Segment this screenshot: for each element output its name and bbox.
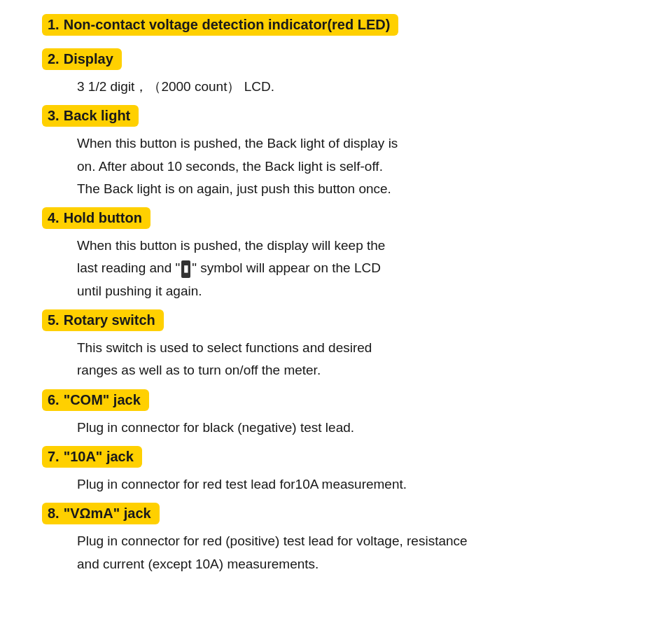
item-label-1: 1. Non-contact voltage detection indicat… [42, 14, 398, 36]
item-description: When this button is pushed, the display … [77, 235, 630, 302]
item-description: This switch is used to select functions … [77, 337, 630, 382]
item-label-4: 4. Hold button [42, 207, 150, 229]
list-item: 6. "COM" jack Plug in connector for blac… [42, 389, 630, 439]
hold-symbol: ▮ [181, 260, 190, 277]
list-item: 8. "VΩmA" jack Plug in connector for red… [42, 503, 630, 575]
item-label-8: 8. "VΩmA" jack [42, 503, 160, 524]
item-description: When this button is pushed, the Back lig… [77, 132, 630, 200]
list-item: 1. Non-contact voltage detection indicat… [42, 14, 630, 41]
item-description: Plug in connector for red (positive) tes… [77, 530, 630, 575]
item-label-7: 7. "10A" jack [42, 446, 142, 468]
content-list: 1. Non-contact voltage detection indicat… [42, 14, 630, 575]
item-description: 3 1/2 digit，（2000 count） LCD. [77, 76, 630, 98]
list-item: 7. "10A" jack Plug in connector for red … [42, 446, 630, 496]
item-label-6: 6. "COM" jack [42, 389, 149, 411]
list-item: 4. Hold button When this button is pushe… [42, 207, 630, 302]
list-item: 3. Back light When this button is pushed… [42, 105, 630, 200]
item-label-3: 3. Back light [42, 105, 139, 127]
item-label-2: 2. Display [42, 48, 122, 70]
list-item: 2. Display 3 1/2 digit，（2000 count） LCD. [42, 48, 630, 98]
list-item: 5. Rotary switch This switch is used to … [42, 309, 630, 382]
item-description: Plug in connector for black (negative) t… [77, 417, 630, 439]
item-description: Plug in connector for red test lead for1… [77, 473, 630, 496]
item-label-5: 5. Rotary switch [42, 309, 164, 331]
